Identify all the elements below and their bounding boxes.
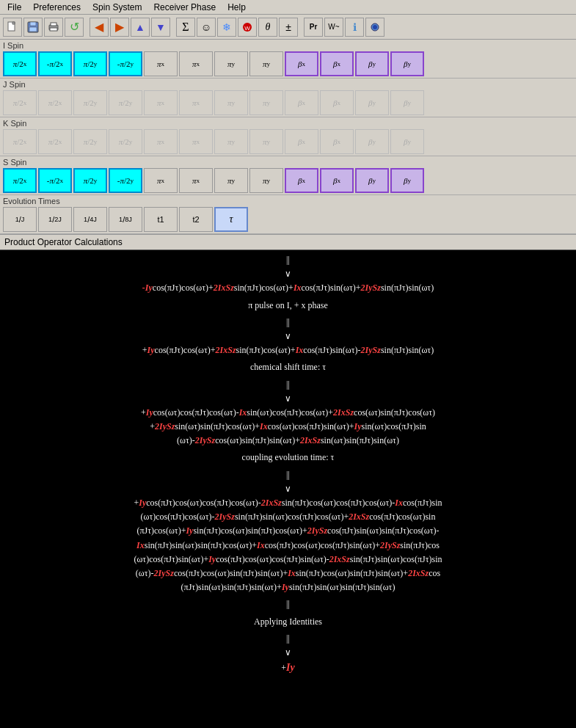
svg-rect-6 <box>50 28 57 31</box>
evo-4j[interactable]: 1/4J <box>73 207 107 232</box>
i-pulse-pi2x-1[interactable]: π/2x <box>3 51 37 76</box>
evo-8j[interactable]: 1/8J <box>109 207 142 232</box>
evolution-buttons: 1/J 1/2J 1/4J 1/8J t1 t2 τ <box>3 207 573 232</box>
k-pulse-pi2x-2[interactable]: π/2x <box>38 129 72 154</box>
k-spin-section: K Spin π/2x π/2x π/2y π/2y πx πx πy πy β… <box>0 117 576 156</box>
j-pulse-pi2x-2[interactable]: π/2x <box>38 90 72 115</box>
s-pulse-piy-2[interactable]: πy <box>249 168 283 193</box>
i-pulse-betay-1[interactable]: βy <box>355 51 389 76</box>
info-button[interactable]: ℹ <box>345 18 364 37</box>
k-pulse-pi2y-1[interactable]: π/2y <box>73 129 107 154</box>
theta-button[interactable]: θ <box>258 18 277 37</box>
settings-button[interactable] <box>365 18 384 37</box>
po-arrow-10: ∨ <box>6 646 570 660</box>
k-pulse-pix-1[interactable]: πx <box>144 129 178 154</box>
j-pulse-pi2y-1[interactable]: π/2y <box>73 90 107 115</box>
s-pulse-pix-2[interactable]: πx <box>179 168 213 193</box>
print-button[interactable] <box>44 18 63 37</box>
s-pulse-piy-1[interactable]: πy <box>214 168 248 193</box>
po-line-4g: (πJτ)sin(ωτ)sin(πJτ)sin(ωτ)+Iysin(πJτ)si… <box>6 580 570 594</box>
k-pulse-piy-1[interactable]: πy <box>214 129 248 154</box>
i-pulse-betay-2[interactable]: βy <box>390 51 424 76</box>
k-pulse-betax-1[interactable]: βx <box>285 129 318 154</box>
po-line-4f: (ωτ)-2IySzcos(πJτ)cos(ωτ)sin(πJτ)sin(ωτ)… <box>6 567 570 580</box>
s-pulse-neg-pi2x[interactable]: -π/2x <box>38 168 72 193</box>
s-spin-buttons: π/2x -π/2x π/2y -π/2y πx πx πy πy βx βx … <box>3 168 573 193</box>
preview-button[interactable]: Pr <box>304 18 323 37</box>
j-pulse-pi2x-1[interactable]: π/2x <box>3 90 37 115</box>
back-button[interactable]: ◀ <box>90 18 109 37</box>
j-pulse-betay-1[interactable]: βy <box>355 90 389 115</box>
forward-button[interactable]: ▶ <box>110 18 129 37</box>
j-pulse-pix-2[interactable]: πx <box>179 90 213 115</box>
evo-t2[interactable]: t2 <box>179 207 213 232</box>
k-pulse-piy-2[interactable]: πy <box>249 129 283 154</box>
k-spin-buttons: π/2x π/2x π/2y π/2y πx πx πy πy βx βx βy… <box>3 129 573 154</box>
j-pulse-betay-2[interactable]: βy <box>390 90 424 115</box>
po-header: Product Operator Calculations <box>0 234 576 250</box>
plusminus-button[interactable]: ± <box>279 18 298 37</box>
k-pulse-betay-2[interactable]: βy <box>390 129 424 154</box>
po-label-1: π pulse on I, + x phase <box>6 299 570 313</box>
i-pulse-piy-1[interactable]: πy <box>214 51 248 76</box>
i-pulse-pix-2[interactable]: πx <box>179 51 213 76</box>
s-pulse-betay-1[interactable]: βy <box>355 168 389 193</box>
up-button[interactable]: ▲ <box>131 18 150 37</box>
new-button[interactable] <box>3 18 22 37</box>
po-line-4d: Ixsin(πJτ)sin(ωτ)sin(πJτ)cos(ωτ)+Ixcos(π… <box>6 539 570 553</box>
menu-file[interactable]: File <box>1 1 27 14</box>
i-pulse-pi2y[interactable]: π/2y <box>73 51 107 76</box>
menu-help[interactable]: Help <box>222 1 252 14</box>
evo-t1[interactable]: t1 <box>144 207 178 232</box>
s-pulse-neg-pi2y[interactable]: -π/2y <box>109 168 142 193</box>
k-pulse-betax-2[interactable]: βx <box>320 129 354 154</box>
i-pulse-betax-2[interactable]: βx <box>320 51 354 76</box>
menu-preferences[interactable]: Preferences <box>27 1 87 14</box>
j-pulse-piy-2[interactable]: πy <box>249 90 283 115</box>
po-line-4a: +Iycos(πJτ)cos(ωτ)cos(πJτ)cos(ωτ)-2IxSzs… <box>6 496 570 510</box>
i-pulse-pix-1[interactable]: πx <box>144 51 178 76</box>
j-pulse-betax-2[interactable]: βx <box>320 90 354 115</box>
k-pulse-betay-1[interactable]: βy <box>355 129 389 154</box>
save-button[interactable] <box>23 18 43 37</box>
j-pulse-pi2y-2[interactable]: π/2y <box>109 90 142 115</box>
s-pulse-betax-1[interactable]: βx <box>285 168 318 193</box>
k-pulse-pix-2[interactable]: πx <box>179 129 213 154</box>
s-pulse-pi2x-1[interactable]: π/2x <box>3 168 37 193</box>
s-pulse-pi2y[interactable]: π/2y <box>73 168 107 193</box>
j-pulse-betax-1[interactable]: βx <box>285 90 318 115</box>
wave-button[interactable]: W~ <box>324 18 343 37</box>
sum-button[interactable]: Σ <box>176 18 195 37</box>
evo-1j[interactable]: 1/J <box>3 207 37 232</box>
po-arrow-5: ∨ <box>6 392 570 406</box>
evo-2j[interactable]: 1/2J <box>38 207 72 232</box>
s-spin-section: S Spin π/2x -π/2x π/2y -π/2y πx πx πy πy… <box>0 156 576 195</box>
po-arrow-3: ∨ <box>6 330 570 343</box>
i-pulse-piy-2[interactable]: πy <box>249 51 283 76</box>
s-pulse-betax-2[interactable]: βx <box>320 168 354 193</box>
menu-spin-system[interactable]: Spin System <box>87 1 147 14</box>
po-content[interactable]: || ∨ -Iycos(πJτ)cos(ωτ)+2IxSzsin(πJτ)cos… <box>0 250 576 728</box>
s-pulse-betay-2[interactable]: βy <box>390 168 424 193</box>
main-container: File Preferences Spin System Receiver Ph… <box>0 0 576 728</box>
i-spin-buttons: π/2x -π/2x π/2y -π/2y πx πx πy πy βx βx … <box>3 51 573 76</box>
menu-receiver-phase[interactable]: Receiver Phase <box>147 1 222 14</box>
red-dot-button[interactable]: W <box>238 18 257 37</box>
svg-text:W: W <box>244 25 250 32</box>
evo-tau[interactable]: τ <box>214 207 248 232</box>
s-pulse-pix-1[interactable]: πx <box>144 168 178 193</box>
snowflake-button[interactable]: ❄ <box>217 18 236 37</box>
k-pulse-pi2x-1[interactable]: π/2x <box>3 129 37 154</box>
down-button[interactable]: ▼ <box>151 18 170 37</box>
j-pulse-pix-1[interactable]: πx <box>144 90 178 115</box>
j-spin-buttons: π/2x π/2x π/2y π/2y πx πx πy πy βx βx βy… <box>3 90 573 115</box>
i-pulse-neg-pi2x[interactable]: -π/2x <box>38 51 72 76</box>
toolbar: ↺ ◀ ▶ ▲ ▼ Σ ☺ ❄ W θ ± Pr W~ ℹ <box>0 15 576 40</box>
smiley-button[interactable]: ☺ <box>197 18 216 37</box>
reset-button[interactable]: ↺ <box>65 18 84 37</box>
k-pulse-pi2y-2[interactable]: π/2y <box>109 129 142 154</box>
j-pulse-piy-1[interactable]: πy <box>214 90 248 115</box>
i-pulse-neg-pi2y[interactable]: -π/2y <box>109 51 142 76</box>
i-pulse-betax-1[interactable]: βx <box>285 51 318 76</box>
j-spin-label: J Spin <box>3 80 573 89</box>
